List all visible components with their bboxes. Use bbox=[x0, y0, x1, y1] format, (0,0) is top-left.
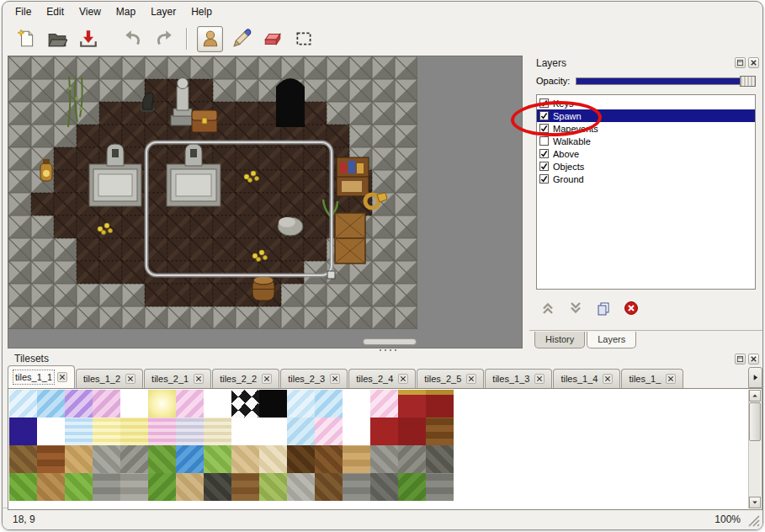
tileset-tile[interactable] bbox=[176, 418, 204, 445]
tileset-tile[interactable] bbox=[370, 445, 398, 473]
opacity-slider-handle[interactable] bbox=[740, 76, 756, 87]
tileset-tile[interactable] bbox=[315, 445, 343, 473]
select-tool-button[interactable] bbox=[290, 26, 316, 52]
tileset-tile[interactable] bbox=[9, 445, 37, 473]
tab-close-button[interactable] bbox=[666, 374, 676, 384]
tileset-tile[interactable] bbox=[93, 418, 120, 445]
move-layer-down-button[interactable] bbox=[567, 300, 584, 317]
tileset-tile[interactable] bbox=[65, 445, 93, 473]
tileset-tile[interactable] bbox=[287, 418, 315, 445]
tab-close-button[interactable] bbox=[262, 374, 272, 384]
tileset-tab-tiles_1_[interactable]: tiles_1_ bbox=[621, 369, 683, 388]
layer-visibility-checkbox[interactable] bbox=[539, 174, 549, 184]
tileset-tile[interactable] bbox=[65, 473, 93, 501]
tileset-tile[interactable] bbox=[231, 418, 259, 445]
opacity-slider[interactable] bbox=[576, 75, 756, 87]
tileset-tile[interactable] bbox=[426, 390, 454, 418]
tileset-tile[interactable] bbox=[93, 445, 120, 473]
tileset-tile[interactable] bbox=[37, 473, 65, 501]
tileset-tile[interactable] bbox=[315, 390, 343, 418]
tileset-tab-tiles_2_2[interactable]: tiles_2_2 bbox=[212, 369, 279, 388]
tileset-tile[interactable] bbox=[148, 473, 176, 501]
tileset-tile[interactable] bbox=[231, 473, 259, 501]
layer-visibility-checkbox[interactable] bbox=[539, 124, 549, 133]
eraser-tool-button[interactable] bbox=[259, 26, 285, 52]
delete-layer-button[interactable] bbox=[623, 300, 640, 317]
tileset-tile[interactable] bbox=[9, 473, 37, 501]
tileset-tile[interactable] bbox=[176, 390, 204, 418]
layer-row-objects[interactable]: Objects bbox=[537, 160, 755, 173]
tileset-tile[interactable] bbox=[426, 473, 454, 501]
map-hscroll-thumb[interactable] bbox=[363, 338, 417, 345]
panel-close-button[interactable] bbox=[748, 57, 759, 68]
dock-tab-history[interactable]: History bbox=[534, 332, 585, 348]
tileset-tile[interactable] bbox=[204, 418, 231, 445]
tileset-tile[interactable] bbox=[398, 390, 426, 418]
tileset-tile[interactable] bbox=[231, 445, 259, 473]
tileset-tile[interactable] bbox=[65, 418, 93, 445]
layer-visibility-checkbox[interactable] bbox=[539, 98, 549, 108]
tileset-tab-tiles_2_4[interactable]: tiles_2_4 bbox=[348, 369, 416, 388]
layer-visibility-checkbox[interactable] bbox=[539, 149, 549, 158]
tileset-tile[interactable] bbox=[343, 445, 370, 473]
tileset-tile[interactable] bbox=[93, 473, 120, 501]
tileset-tile[interactable] bbox=[315, 473, 343, 501]
tab-close-button[interactable] bbox=[534, 374, 545, 384]
tileset-tile[interactable] bbox=[37, 418, 65, 445]
tileset-tile[interactable] bbox=[259, 445, 287, 473]
menu-layer[interactable]: Layer bbox=[143, 3, 183, 20]
tileset-tile[interactable] bbox=[287, 445, 315, 473]
tab-close-button[interactable] bbox=[398, 374, 408, 384]
tileset-tile[interactable] bbox=[398, 473, 426, 501]
tileset-tile[interactable] bbox=[287, 390, 315, 418]
new-file-button[interactable] bbox=[13, 26, 39, 52]
panel-close-button[interactable] bbox=[748, 354, 759, 364]
tab-close-button[interactable] bbox=[603, 374, 613, 384]
tileset-tile[interactable] bbox=[343, 418, 370, 445]
tileset-tile[interactable] bbox=[120, 390, 148, 418]
tileset-tab-tiles_1_2[interactable]: tiles_1_2 bbox=[76, 369, 143, 388]
tileset-tile[interactable] bbox=[315, 418, 343, 445]
layer-row-keys[interactable]: Keys bbox=[537, 97, 755, 109]
panel-float-button[interactable] bbox=[735, 57, 746, 68]
layer-row-above[interactable]: Above bbox=[537, 147, 755, 160]
tileset-tile[interactable] bbox=[398, 418, 426, 445]
tileset-tile[interactable] bbox=[259, 390, 287, 418]
save-file-button[interactable] bbox=[75, 26, 101, 52]
tileset-tile[interactable] bbox=[398, 445, 426, 473]
redo-button[interactable] bbox=[151, 26, 177, 52]
tileset-tile[interactable] bbox=[231, 390, 259, 418]
layer-visibility-checkbox[interactable] bbox=[539, 136, 549, 146]
tab-close-button[interactable] bbox=[194, 374, 204, 384]
menu-file[interactable]: File bbox=[8, 3, 39, 20]
tileset-tab-tiles_2_1[interactable]: tiles_2_1 bbox=[144, 369, 211, 388]
tileset-tile[interactable] bbox=[343, 473, 370, 501]
duplicate-layer-button[interactable] bbox=[595, 300, 612, 317]
tileset-tile[interactable] bbox=[9, 390, 37, 418]
tileset-tile[interactable] bbox=[259, 473, 287, 501]
tileset-tile[interactable] bbox=[204, 390, 231, 418]
tileset-tab-tiles_2_5[interactable]: tiles_2_5 bbox=[417, 369, 484, 388]
open-file-button[interactable] bbox=[44, 26, 70, 52]
layer-row-ground[interactable]: Ground bbox=[537, 173, 755, 185]
undo-button[interactable] bbox=[120, 26, 146, 52]
tab-scroll-right-button[interactable] bbox=[748, 367, 762, 388]
tileset-tab-tiles_1_1[interactable]: tiles_1_1 bbox=[8, 365, 75, 388]
tileset-tab-tiles_2_3[interactable]: tiles_2_3 bbox=[280, 369, 348, 388]
layer-visibility-checkbox[interactable] bbox=[539, 162, 549, 171]
move-layer-up-button[interactable] bbox=[539, 300, 556, 317]
dock-tab-layers[interactable]: Layers bbox=[587, 332, 636, 348]
tileset-tile[interactable] bbox=[9, 418, 37, 445]
tileset-scrollbar[interactable] bbox=[748, 390, 761, 508]
scroll-down-button[interactable] bbox=[749, 497, 761, 508]
tileset-tile[interactable] bbox=[176, 473, 204, 501]
tileset-tile[interactable] bbox=[259, 418, 287, 445]
tileset-tile[interactable] bbox=[93, 390, 120, 418]
tileset-tile[interactable] bbox=[120, 445, 148, 473]
tab-close-button[interactable] bbox=[57, 372, 67, 382]
tileset-tile[interactable] bbox=[426, 418, 454, 445]
tileset-tile[interactable] bbox=[370, 473, 398, 501]
tileset-tile[interactable] bbox=[176, 445, 204, 473]
scroll-up-button[interactable] bbox=[749, 390, 761, 402]
menu-help[interactable]: Help bbox=[183, 3, 220, 20]
